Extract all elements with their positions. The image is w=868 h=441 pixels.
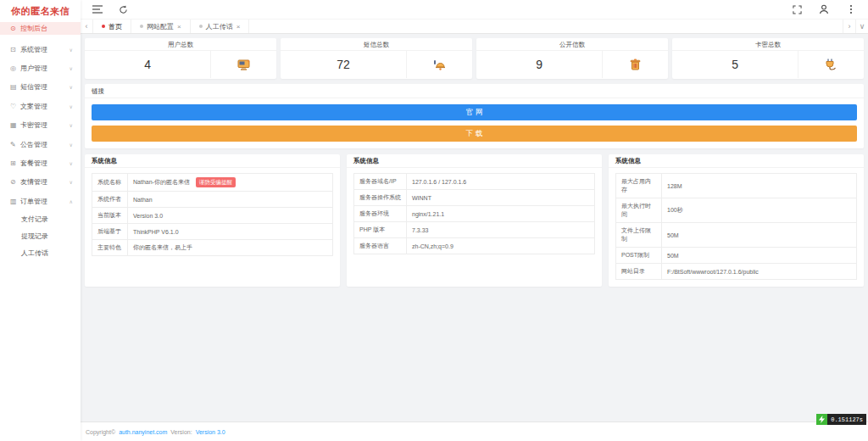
stat-card-public-letters: 公开信数 9 (476, 38, 668, 79)
download-button[interactable]: 下 载 (92, 126, 857, 142)
sidebar-item-label: 用户管理 (20, 64, 47, 73)
links-panel: 链接 官 网 下 载 (85, 84, 864, 148)
table-row: 服务器操作系统 WINNT (354, 190, 595, 206)
sms-icon: ▤ (10, 83, 20, 91)
stat-card-sms: 短信总数 72 (281, 38, 472, 79)
table-row: 文件上传限制 50M (616, 223, 857, 248)
row-label: 服务器环境 (354, 206, 407, 222)
panel-title: 系统信息 (347, 154, 602, 168)
pencil-icon: ✎ (10, 141, 20, 148)
row-label: 系统作者 (92, 192, 128, 208)
row-value: 50M (662, 223, 857, 248)
sidebar-subitem-manual-message[interactable]: 人工传话 (0, 245, 81, 262)
chevron-down-icon: ∨ (70, 65, 73, 71)
sidebar-item-notices[interactable]: ✎ 公告管理 ∨ (0, 135, 81, 154)
trace-time: 0.151127s (827, 414, 866, 425)
sidebar-item-label: 短信管理 (20, 82, 47, 92)
tabs-dropdown[interactable]: ∨ (855, 20, 868, 33)
table-row: 服务器域名/IP 127.0.1.6 / 127.0.1.6 (354, 174, 595, 190)
stat-value: 5 (672, 51, 798, 78)
more-options-icon[interactable] (844, 3, 858, 16)
table-row: 服务器环境 nginx/1.21.1 (354, 206, 595, 222)
system-info-panel-app: 系统信息 系统名称 Nathan-你的匿名来信谨防受骗提醒 系统作者 Natha… (85, 154, 340, 287)
row-value: Version 3.0 (128, 208, 333, 224)
table-row: 后端基于 ThinkPHP V6.1.0 (92, 224, 333, 240)
chevron-down-icon: ∨ (70, 142, 73, 148)
sidebar-item-label: 文案管理 (20, 102, 47, 111)
sidebar-item-users[interactable]: ◎ 用户管理 ∨ (0, 59, 81, 77)
row-label: 服务器语言 (354, 238, 407, 254)
sidebar-subitem-payments[interactable]: 支付记录 (0, 211, 81, 228)
sidebar-subitem-withdrawals[interactable]: 提现记录 (0, 228, 81, 245)
dashboard-icon: ⊙ (10, 25, 20, 32)
close-icon[interactable]: × (236, 23, 241, 31)
row-label: 服务器域名/IP (354, 174, 407, 190)
chevron-down-icon: ∨ (70, 84, 73, 90)
row-label: POST限制 (616, 248, 662, 264)
sidebar-item-label: 订单管理 (20, 197, 47, 206)
chevron-down-icon: ∨ (70, 179, 73, 185)
tab-home[interactable]: 首页 (93, 20, 131, 33)
sidebar-item-articles[interactable]: ♡ 文案管理 ∨ (0, 97, 81, 115)
tab-manual-message[interactable]: 人工传话 × (191, 20, 250, 33)
tab-dot (140, 25, 143, 28)
system-info-panel-limits: 系统信息 最大占用内存 128M 最大执行时间 100秒 (609, 154, 864, 287)
bell-icon (407, 51, 472, 78)
row-value: 100秒 (662, 198, 857, 223)
footer-domain-link[interactable]: auth.nanyinet.com (119, 429, 167, 435)
row-label: 系统名称 (92, 174, 128, 192)
stat-value: 9 (476, 51, 603, 78)
main-area: ‹ 首页 网站配置 × 人工传话 × › ∨ (81, 0, 868, 441)
fullscreen-icon[interactable] (790, 3, 804, 16)
sidebar-item-label: 卡密管理 (20, 120, 47, 130)
sidebar-item-system[interactable]: ⊡ 系统管理 ∨ (0, 40, 81, 59)
sidebar-item-packages[interactable]: ⊞ 套餐管理 ∨ (0, 154, 81, 172)
row-label: 服务器操作系统 (354, 190, 407, 206)
user-icon: ◎ (10, 64, 20, 72)
tab-label: 人工传话 (206, 22, 233, 31)
close-icon[interactable]: × (177, 23, 181, 31)
trace-lightning-icon[interactable] (816, 414, 827, 425)
row-value: 128M (662, 174, 857, 198)
panel-title: 系统信息 (609, 154, 864, 168)
tab-bar: ‹ 首页 网站配置 × 人工传话 × › ∨ (81, 19, 868, 34)
table-row: 系统名称 Nathan-你的匿名来信谨防受骗提醒 (92, 174, 333, 192)
tab-dot (199, 25, 203, 28)
tabs-scroll-right[interactable]: › (843, 20, 855, 33)
footer-version-link[interactable]: Version 3.0 (196, 429, 225, 435)
row-label: PHP 版本 (354, 222, 407, 238)
chevron-up-icon: ∧ (70, 198, 73, 204)
tab-site-config[interactable]: 网站配置 × (131, 20, 191, 33)
sidebar: 你的匿名来信 ⊙ 控制后台 ⊡ 系统管理 ∨ ◎ 用户管理 ∨ ▤ 短信管理 ∨… (0, 0, 81, 441)
refresh-icon[interactable] (116, 3, 130, 16)
row-value: F:/BtSoft/wwwroot/127.0.1.6/public (662, 264, 857, 280)
stat-card-card-keys: 卡密总数 5 (672, 38, 864, 79)
sidebar-item-dashboard[interactable]: ⊙ 控制后台 (0, 22, 81, 35)
stat-title: 公开信数 (476, 38, 668, 51)
sidebar-item-sms[interactable]: ▤ 短信管理 ∨ (0, 78, 81, 97)
footer: Copyright© auth.nanyinet.com Version: Ve… (81, 421, 868, 441)
sidebar-item-label: 套餐管理 (20, 159, 47, 168)
sidebar-item-friendlinks[interactable]: ⊘ 友情管理 ∨ (0, 173, 81, 192)
trash-icon (603, 51, 668, 78)
sidebar-item-orders[interactable]: ▥ 订单管理 ∧ (0, 192, 81, 210)
content-area: 用户总数 4 短信总数 72 (81, 35, 868, 421)
chevron-down-icon: ∨ (70, 160, 73, 166)
chevron-down-icon: ∨ (70, 103, 73, 109)
sidebar-item-cards[interactable]: ▦ 卡密管理 ∨ (0, 116, 81, 135)
row-value: Nathan (128, 192, 333, 208)
tabs-scroll-left[interactable]: ‹ (81, 20, 93, 33)
hamburger-menu-icon[interactable] (91, 3, 104, 16)
info-panels-row: 系统信息 系统名称 Nathan-你的匿名来信谨防受骗提醒 系统作者 Natha… (85, 154, 864, 287)
avatar-icon[interactable] (817, 3, 831, 16)
table-row: 最大占用内存 128M (616, 174, 857, 198)
table-row: 系统作者 Nathan (92, 192, 333, 208)
heart-icon: ♡ (10, 103, 20, 110)
row-label: 最大占用内存 (616, 174, 662, 198)
chevron-down-icon: ∨ (70, 47, 73, 53)
row-value: 7.3.33 (407, 222, 595, 238)
row-value: 你的匿名来信，易上手 (128, 240, 333, 256)
row-value: 127.0.1.6 / 127.0.1.6 (407, 174, 595, 190)
official-site-button[interactable]: 官 网 (92, 104, 857, 120)
grid-icon: ⊞ (10, 159, 20, 167)
